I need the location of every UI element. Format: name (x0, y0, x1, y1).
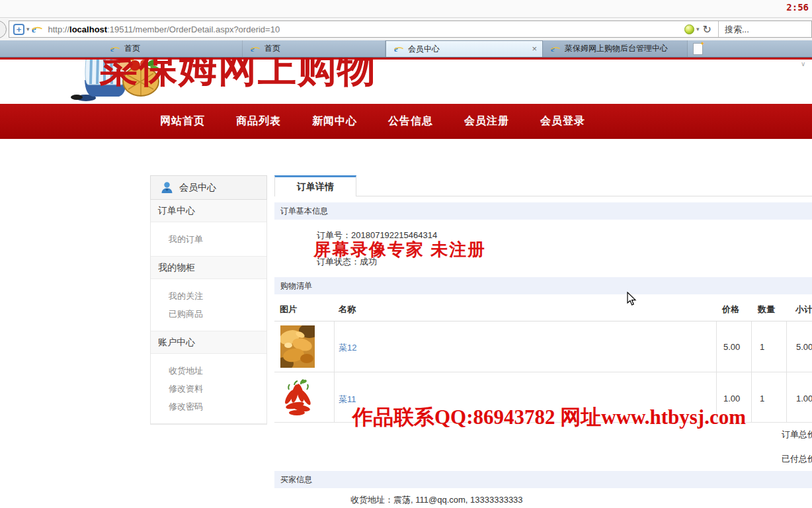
recorder-watermark-contact: 作品联系QQ:86943782 网址www.htbysj.com (352, 403, 746, 431)
ie-favicon (251, 44, 260, 54)
nav-item-login[interactable]: 会员登录 (540, 114, 585, 128)
col-header-image: 图片 (280, 298, 297, 321)
col-header-quantity: 数量 (758, 298, 775, 321)
nav-item-news[interactable]: 新闻中心 (312, 114, 357, 128)
sidebar-item-address[interactable]: 收货地址 (151, 362, 266, 380)
new-tab-button[interactable]: ✦ (693, 43, 703, 55)
tab-label: 菜保姆网上购物后台管理中心 (565, 43, 668, 54)
ie-favicon (551, 44, 560, 54)
site-logo-text[interactable]: 菜保姆网上购物 (99, 58, 377, 95)
sidebar-title-label: 会员中心 (179, 182, 216, 194)
user-icon (161, 181, 173, 194)
price-cell: 1.00 (723, 394, 740, 403)
tab-label: 首页 (264, 43, 280, 54)
mouse-cursor (627, 292, 637, 306)
recorder-watermark-text: 屏幕录像专家 未注册 (313, 238, 486, 261)
address-value: 震荡, 111@qq.com, 13333333333 (393, 495, 523, 505)
address-bar[interactable]: + ▾ http://localhost:19511/member/OrderD… (9, 21, 812, 38)
chevron-down-icon[interactable]: ∨ (801, 60, 805, 67)
site-shield-icon[interactable]: + (13, 24, 24, 35)
back-button[interactable] (0, 21, 7, 38)
tab-member-center-active[interactable]: 会员中心 × (386, 40, 543, 57)
chevron-down-icon[interactable]: ▾ (696, 26, 700, 32)
tab-label: 首页 (124, 43, 140, 54)
nav-item-notices[interactable]: 公告信息 (388, 114, 433, 128)
nav-item-products[interactable]: 商品列表 (236, 114, 281, 128)
member-sidebar: 会员中心 订单中心 我的订单 我的物柜 我的关注 已购商品 账户中心 收货地址 … (150, 175, 267, 425)
url-path: :19511/member/OrderDetail.aspx?orderid=1… (107, 24, 280, 34)
close-icon[interactable]: × (532, 44, 537, 54)
col-header-price: 价格 (722, 298, 739, 321)
section-header-cart: 购物清单 (274, 277, 812, 294)
ie-page-icon (32, 24, 42, 34)
sidebar-item-my-orders[interactable]: 我的订单 (151, 230, 266, 248)
quantity-cell: 1 (760, 342, 764, 352)
sidebar-item-change-password[interactable]: 修改密码 (151, 398, 266, 415)
tab-order-detail[interactable]: 订单详情 (274, 175, 356, 196)
sidebar-title: 会员中心 (150, 175, 267, 200)
page-action-icon[interactable] (684, 24, 694, 34)
col-header-name: 名称 (339, 298, 356, 321)
divider (274, 372, 812, 372)
url-host: localhost (69, 24, 107, 34)
tab-label: 会员中心 (408, 44, 440, 55)
main-navigation: 网站首页 商品列表 新闻中心 公告信息 会员注册 会员登录 (0, 104, 812, 139)
section-header-buyer: 买家信息 (274, 471, 812, 488)
product-image-chilies[interactable] (280, 375, 315, 419)
tab-home-2[interactable]: 首页 (243, 40, 386, 57)
sidebar-group-locker: 我的物柜 (151, 257, 266, 279)
nav-item-register[interactable]: 会员注册 (464, 114, 509, 128)
browser-toolbar: + ▾ http://localhost:19511/member/OrderD… (0, 18, 812, 40)
sidebar-group-account: 账户中心 (151, 331, 266, 354)
chevron-down-icon[interactable]: ▾ (26, 26, 30, 32)
ie-favicon (110, 44, 120, 54)
nav-item-home[interactable]: 网站首页 (160, 114, 205, 128)
sidebar-menu: 订单中心 我的订单 我的物柜 我的关注 已购商品 账户中心 收货地址 修改资料 … (150, 200, 267, 425)
search-input[interactable] (719, 22, 811, 36)
product-image-mushrooms[interactable] (280, 325, 315, 368)
url-text[interactable]: http://localhost:19511/member/OrderDetai… (48, 24, 280, 34)
sidebar-item-my-follows[interactable]: 我的关注 (151, 287, 266, 305)
browser-tab-bar: 首页 首页 会员中心 × 菜保姆网上购物后台管理中心 ✦ (0, 40, 812, 58)
screen-recorder-clock: 2:56 (786, 2, 809, 13)
subtotal-cell: 5.00 (796, 342, 812, 352)
product-link[interactable]: 菜12 (339, 342, 356, 354)
price-cell: 5.00 (723, 342, 740, 352)
tab-home-1[interactable]: 首页 (102, 40, 243, 57)
order-total-label: 订单总价 (782, 429, 812, 441)
shipping-address-row: 收货地址：震荡, 111@qq.com, 13333333333 (350, 494, 523, 506)
sidebar-group-orders: 订单中心 (151, 200, 266, 222)
ie-favicon (394, 44, 403, 54)
paid-total-label: 已付总价 (782, 453, 812, 465)
quantity-cell: 1 (760, 394, 764, 403)
address-label: 收货地址： (350, 495, 393, 505)
divider (274, 321, 812, 321)
window-titlebar: 2:56 (0, 0, 812, 18)
url-protocol: http:// (48, 24, 70, 34)
page-content: 菜保姆网上购物 ∨ 网站首页 商品列表 新闻中心 公告信息 会员注册 会员登录 … (0, 58, 812, 508)
section-header-basic-info: 订单基本信息 (274, 202, 812, 220)
sidebar-item-edit-profile[interactable]: 修改资料 (151, 380, 266, 398)
sidebar-item-purchased[interactable]: 已购商品 (151, 305, 266, 323)
col-header-subtotal: 小计 (795, 298, 812, 321)
tab-admin-center[interactable]: 菜保姆网上购物后台管理中心 (543, 40, 688, 57)
sparkle-icon: ✦ (700, 40, 705, 47)
subtotal-cell: 1.00 (796, 394, 812, 403)
refresh-icon[interactable]: ↻ (703, 23, 711, 36)
